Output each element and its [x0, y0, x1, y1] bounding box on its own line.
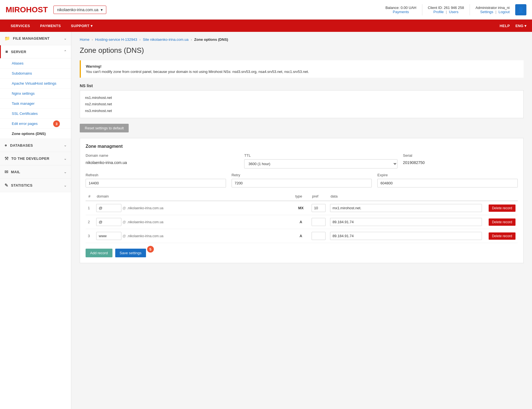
admin-label: Administrator irina_ni	[475, 6, 510, 10]
header-divider	[422, 4, 422, 15]
chevron-stats-icon: ⌄	[64, 184, 67, 187]
ttl-select[interactable]: 3600 (1 hour)	[244, 159, 397, 168]
chevron-up-icon: ⌃	[64, 50, 67, 54]
retry-input[interactable]	[232, 179, 372, 187]
col-action-header	[484, 192, 518, 201]
sidebar-item-statistics[interactable]: ✎ STATISTICS ⌄	[0, 179, 71, 192]
action-buttons: Add record Save settings 5	[86, 249, 518, 257]
sidebar-item-databases[interactable]: ● DATABASES ⌄	[0, 139, 71, 152]
chevron-dev-icon: ⌄	[64, 157, 67, 161]
row-num: 2	[86, 215, 94, 229]
delete-record-button[interactable]: Delete record	[489, 204, 515, 212]
row-data	[328, 201, 484, 215]
form-row-1: Domain name nikolaenko-irina.com.ua TTL …	[86, 153, 518, 168]
users-link[interactable]: Users	[449, 10, 458, 14]
form-group-serial: Serial 2019082750	[403, 153, 518, 165]
domain-prefix-input[interactable]	[96, 204, 121, 212]
at-sign: @	[123, 206, 126, 210]
ns-list-section: NS list ns1.mirohost.net ns2.mirohost.ne…	[80, 83, 524, 118]
header-divider2	[470, 4, 470, 15]
mail-icon: ✉	[4, 169, 8, 175]
breadcrumb-home[interactable]: Home	[80, 37, 90, 42]
refresh-input[interactable]	[86, 179, 226, 187]
breadcrumb: Home › Hosting-service H-132943 › Site n…	[80, 37, 524, 42]
expire-label: Expire	[377, 173, 518, 177]
col-domain-header: domain	[94, 192, 293, 201]
sidebar-item-ssl[interactable]: SSL Certificates	[0, 109, 71, 119]
database-icon: ●	[4, 143, 7, 148]
domain-suffix: .nikolaenko-irina.com.ua	[127, 206, 163, 210]
language-selector[interactable]: ENG ▾	[515, 24, 526, 28]
form-group-retry: Retry	[232, 173, 372, 187]
reset-settings-button[interactable]: Reset settings to default	[80, 124, 129, 132]
balance-label: Balance: 0.00 UAH	[385, 6, 416, 10]
ttl-label: TTL	[244, 153, 397, 158]
pref-input[interactable]	[312, 232, 326, 240]
pref-input[interactable]	[312, 204, 326, 212]
nav-support[interactable]: SUPPORT ▾	[66, 20, 98, 32]
sidebar-item-subdomains[interactable]: Subdomains	[0, 68, 71, 79]
data-input[interactable]	[330, 232, 482, 240]
payments-link[interactable]: Payments	[393, 10, 409, 14]
at-sign: @	[123, 220, 126, 224]
form-group-domain: Domain name nikolaenko-irina.com.ua	[86, 153, 239, 165]
delete-record-button[interactable]: Delete record	[489, 218, 515, 226]
logo[interactable]: MIROHOST	[6, 5, 48, 14]
chevron-down-icon-lang: ▾	[524, 24, 526, 28]
top-header: MIROHOST nikolaenko-irina.com.ua ▾ Balan…	[0, 0, 532, 20]
logo-red: HOST	[26, 5, 48, 14]
domain-prefix-input[interactable]	[96, 232, 121, 240]
profile-link[interactable]: Profile	[433, 10, 444, 14]
domain-prefix-input[interactable]	[96, 218, 121, 226]
row-data	[328, 215, 484, 229]
tool-icon: ⚒	[4, 156, 8, 161]
domain-selector[interactable]: nikolaenko-irina.com.ua ▾	[53, 6, 106, 14]
nav-services[interactable]: SERVICES	[6, 20, 35, 32]
data-input[interactable]	[330, 204, 482, 212]
save-settings-button[interactable]: Save settings 5	[115, 249, 146, 257]
divider-pipe2: |	[495, 10, 497, 14]
row-domain: @ .nikolaenko-irina.com.ua	[94, 229, 293, 243]
sidebar-item-apache[interactable]: Apache VirtualHost settings	[0, 79, 71, 89]
sidebar-server-label: SERVER	[11, 50, 26, 54]
sidebar-item-task-manager[interactable]: Task manager	[0, 99, 71, 109]
row-type: A	[293, 215, 309, 229]
breadcrumb-hosting[interactable]: Hosting-service H-132943	[95, 37, 137, 42]
col-num-header: #	[86, 192, 94, 201]
data-input[interactable]	[330, 218, 482, 226]
delete-record-button[interactable]: Delete record	[489, 232, 515, 240]
nav-bar: SERVICES PAYMENTS SUPPORT ▾ HELP ENG ▾	[0, 20, 532, 32]
add-record-button[interactable]: Add record	[86, 249, 112, 257]
sidebar-item-mail[interactable]: ✉ MAIL ⌄	[0, 165, 71, 179]
warning-box: Warning! You can't modify zone from cont…	[80, 60, 524, 78]
sidebar-item-file-management[interactable]: 📁 FILE MANAGEMENT ⌄	[0, 32, 71, 45]
avatar: 👤	[515, 4, 526, 15]
nav-help[interactable]: HELP	[497, 20, 513, 32]
settings-link[interactable]: Settings	[480, 10, 493, 14]
form-group-ttl: TTL 3600 (1 hour)	[244, 153, 397, 168]
logout-link[interactable]: Logout	[498, 10, 510, 14]
sidebar-file-management-label: FILE MANAGEMENT	[13, 36, 50, 41]
sidebar-item-zone-options[interactable]: Zone options (DNS)	[0, 129, 71, 139]
sidebar-item-developer[interactable]: ⚒ TO THE DEVELOPER ⌄	[0, 152, 71, 165]
breadcrumb-site[interactable]: Site nikolaenko-irina.com.ua	[143, 37, 189, 42]
pref-input[interactable]	[312, 218, 326, 226]
expire-input[interactable]	[377, 179, 518, 187]
sidebar-item-server[interactable]: ■ SERVER ⌃	[0, 45, 71, 58]
sidebar-item-nginx[interactable]: Nginx settings	[0, 89, 71, 99]
form-row-2: Refresh Retry Expire	[86, 173, 518, 187]
ns2: ns2.mirohost.net	[85, 101, 518, 107]
row-pref	[309, 229, 328, 243]
header-admin: Administrator irina_ni Settings | Logout	[475, 6, 510, 14]
nav-payments[interactable]: PAYMENTS	[35, 20, 66, 32]
row-action: Delete record	[484, 215, 518, 229]
sidebar-item-aliases[interactable]: Aliases	[0, 58, 71, 68]
col-pref-header: pref	[309, 192, 328, 201]
breadcrumb-sep3: ›	[191, 37, 192, 42]
sidebar-item-edit-error-pages[interactable]: Edit error pages 3	[0, 119, 71, 129]
table-row: 1 @ .nikolaenko-irina.com.ua MX Delete	[86, 201, 518, 215]
chevron-down-icon: ▾	[101, 8, 103, 12]
warning-text: You can't modify zone from control panel…	[86, 70, 519, 74]
logo-black: MIRO	[6, 5, 26, 14]
nav-support-label: SUPPORT	[71, 24, 90, 28]
